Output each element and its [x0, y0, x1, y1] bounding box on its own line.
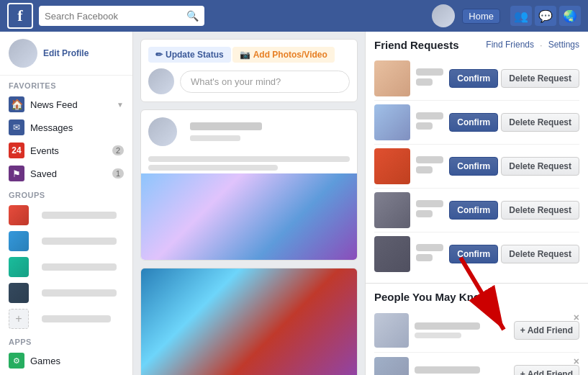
fr-name	[416, 112, 443, 132]
group-item-4[interactable]	[0, 280, 132, 306]
nav-right: Home 👥 💬 🌏	[432, 4, 581, 27]
search-bar[interactable]: 🔍	[39, 6, 204, 26]
sidebar-item-newsfeed[interactable]: 🏠 News Feed ▼	[0, 93, 132, 116]
group-item-add[interactable]: +	[0, 306, 132, 332]
saved-icon: ⚑	[9, 166, 24, 181]
delete-request-button[interactable]: Delete Request	[501, 69, 579, 88]
close-pymk-icon[interactable]: ×	[574, 356, 579, 367]
friend-requests-title: Friend Requests	[374, 39, 459, 51]
notifications-nav-icon[interactable]: 🌏	[559, 6, 581, 26]
close-pymk-icon[interactable]: ×	[574, 312, 579, 323]
fr-name-blurred-bar	[416, 156, 443, 163]
find-friends-link[interactable]: Find Friends	[486, 40, 534, 50]
friend-request-item-2: Confirm Delete Request	[374, 101, 579, 145]
group-name-blurred	[42, 238, 117, 245]
sidebar-item-events[interactable]: 24 Events 2	[0, 139, 132, 162]
pymk-title: People You May Know	[374, 291, 489, 303]
compose-tabs: ✏ Update Status 📷 Add Photos/Video	[148, 47, 350, 63]
post-time-blurred	[190, 135, 240, 141]
confirm-button[interactable]: Confirm	[449, 201, 498, 220]
delete-request-button[interactable]: Delete Request	[501, 113, 579, 132]
confirm-button[interactable]: Confirm	[449, 157, 498, 176]
group-avatar	[9, 231, 29, 251]
group-avatar	[9, 257, 29, 277]
search-input[interactable]	[45, 11, 184, 22]
news-feed-icon: 🏠	[9, 96, 24, 112]
fr-actions: Confirm Delete Request	[449, 157, 579, 176]
pymk-name-blurred	[415, 322, 480, 330]
compose-avatar	[148, 68, 174, 94]
post-name-blurred	[190, 122, 262, 130]
search-icon[interactable]: 🔍	[186, 10, 199, 22]
status-tab-icon: ✏	[155, 50, 163, 60]
fr-avatar	[374, 236, 410, 272]
post-image	[141, 173, 357, 260]
delete-request-button[interactable]: Delete Request	[501, 201, 579, 220]
friend-requests-links: Find Friends · Settings	[486, 40, 579, 50]
sidebar-item-messages[interactable]: ✉ Messages	[0, 116, 132, 139]
pymk-item-2: × + Add Friend	[374, 353, 579, 375]
facebook-logo: f	[7, 3, 33, 29]
friend-requests-section: Friend Requests Find Friends · Settings …	[366, 32, 588, 284]
home-button[interactable]: Home	[462, 9, 500, 24]
fr-avatar	[374, 104, 410, 140]
games-icon: ⚙	[9, 353, 24, 369]
pymk-sub-blurred	[415, 333, 461, 338]
group-item-3[interactable]	[0, 254, 132, 280]
confirm-button[interactable]: Confirm	[449, 113, 498, 132]
update-status-tab[interactable]: ✏ Update Status	[148, 47, 231, 63]
pymk-section: People You May Know × + Add Friend ×	[366, 284, 588, 375]
fr-name-blurred-bar	[416, 244, 443, 251]
pymk-info	[415, 322, 508, 338]
messages-nav-icon[interactable]: 💬	[535, 6, 556, 26]
post-header	[141, 110, 357, 153]
compose-placeholder[interactable]: What's on your mind?	[180, 71, 350, 93]
edit-profile-link[interactable]: Edit Profile	[43, 48, 89, 58]
group-item-1[interactable]	[0, 202, 132, 228]
photo-tab-label: Add Photos/Video	[253, 50, 327, 60]
sidebar-item-label: Events	[30, 145, 107, 156]
add-friend-button[interactable]: + Add Friend	[514, 321, 579, 340]
fr-avatar	[374, 148, 410, 184]
sidebar-item-games[interactable]: ⚙ Games	[0, 349, 132, 372]
group-avatar	[9, 283, 29, 303]
add-friend-icon: +	[520, 325, 525, 335]
left-sidebar: Edit Profile FAVORITES 🏠 News Feed ▼ ✉ M…	[0, 32, 133, 375]
fr-actions: Confirm Delete Request	[449, 113, 579, 132]
fr-sub-blurred-bar	[416, 166, 433, 173]
friend-request-item-1: Confirm Delete Request	[374, 57, 579, 101]
add-photos-tab[interactable]: 📷 Add Photos/Video	[232, 47, 335, 63]
fr-name-blurred-bar	[416, 68, 443, 76]
top-navbar: f 🔍 Home 👥 💬 🌏	[0, 0, 588, 32]
group-item-2[interactable]	[0, 228, 132, 254]
friend-request-item-3: Confirm Delete Request	[374, 145, 579, 189]
sidebar-item-label: Messages	[30, 122, 124, 133]
fr-name-blurred-bar	[416, 112, 443, 119]
confirm-button[interactable]: Confirm	[449, 245, 498, 263]
nav-avatar	[432, 4, 455, 27]
sidebar-item-saved[interactable]: ⚑ Saved 1	[0, 162, 132, 185]
post-card-2	[140, 268, 358, 375]
avatar	[9, 39, 37, 68]
group-name-blurred	[42, 289, 117, 297]
compose-input-row: What's on your mind?	[148, 68, 350, 94]
center-feed: ✏ Update Status 📷 Add Photos/Video What'…	[133, 32, 365, 375]
confirm-button[interactable]: Confirm	[449, 69, 498, 88]
friend-requests-settings-link[interactable]: Settings	[548, 40, 579, 50]
post-text-blurred-2	[148, 165, 278, 171]
fr-name	[416, 244, 443, 264]
nav-icons: 👥 💬 🌏	[510, 6, 581, 26]
fr-sub-blurred-bar	[416, 78, 433, 86]
friend-request-item-5: Confirm Delete Request	[374, 232, 579, 276]
fr-actions: Confirm Delete Request	[449, 69, 579, 88]
delete-request-button[interactable]: Delete Request	[501, 157, 579, 176]
add-friend-button[interactable]: + Add Friend	[514, 365, 579, 375]
link-separator: ·	[540, 40, 543, 50]
delete-request-button[interactable]: Delete Request	[501, 245, 579, 263]
post-avatar	[148, 117, 177, 146]
friends-nav-icon[interactable]: 👥	[510, 6, 532, 26]
post-card-1	[140, 109, 358, 261]
sidebar-item-onthisday[interactable]: 📅 On This Day	[0, 372, 132, 375]
right-sidebar: Friend Requests Find Friends · Settings …	[365, 32, 588, 375]
events-badge: 2	[112, 145, 124, 155]
